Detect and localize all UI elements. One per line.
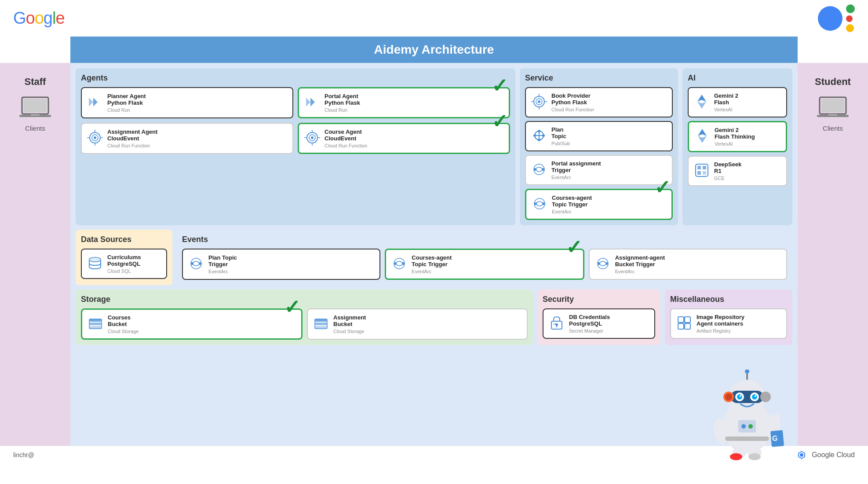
card-book-provider: Book ProviderPython Flask Cloud Run Func… — [525, 87, 673, 117]
gemini-icon-flash — [694, 94, 710, 111]
svg-text:***: *** — [553, 323, 558, 326]
deepseek-title: DeepSeekR1 — [714, 161, 741, 174]
card-gemini-flash: Gemini 2Flash VertexAI — [688, 87, 787, 117]
svg-marker-44 — [698, 129, 707, 136]
svg-point-90 — [760, 392, 771, 402]
service-title: Service — [525, 73, 673, 83]
svg-point-102 — [741, 424, 746, 429]
chevron-double-right-icon — [87, 94, 103, 112]
google-logo: Google — [13, 9, 65, 28]
ai-title: AI — [688, 73, 787, 83]
events-courses-topic-subtitle: EventArc — [412, 269, 452, 274]
checkmark-portal-agent: ✓ — [492, 76, 508, 95]
eventarc-icon-courses-events — [391, 256, 407, 273]
staff-client-icon: Clients — [19, 95, 51, 132]
ai-cards: Gemini 2Flash VertexAI — [688, 87, 787, 186]
card-text: CoursesBucket Cloud Storage — [108, 314, 139, 334]
svg-rect-63 — [89, 323, 102, 325]
card-text: Courses-agentTopic Trigger EventArc — [412, 254, 452, 274]
deepseek-icon — [694, 162, 710, 180]
svg-rect-76 — [678, 323, 684, 329]
svg-point-24 — [538, 100, 540, 103]
svg-rect-104 — [725, 436, 769, 441]
planner-agent-subtitle: Cloud Run — [107, 107, 146, 113]
events-section: Events — [177, 230, 792, 285]
plan-topic-trigger-subtitle: EventArc — [208, 269, 237, 274]
svg-rect-48 — [703, 166, 706, 169]
events-courses-topic-title: Courses-agentTopic Trigger — [412, 254, 452, 268]
gemini-thinking-subtitle: VertexAI — [715, 141, 755, 147]
svg-rect-47 — [697, 166, 701, 169]
agents-section: Agents Planner AgentPython Flask Clou — [76, 68, 515, 225]
footer-user: linchr@ — [13, 451, 34, 458]
eventarc-icon-assignment — [595, 256, 611, 273]
svg-rect-64 — [89, 326, 102, 329]
svg-point-86 — [752, 394, 757, 400]
secret-manager-icon: *** — [549, 315, 565, 333]
storage-section: Storage CoursesBu — [76, 290, 533, 345]
card-plan-topic-trigger: Plan TopicTrigger EventArc — [182, 249, 380, 280]
misc-title: Miscellaneous — [670, 295, 787, 304]
svg-point-52 — [89, 257, 101, 262]
svg-point-32 — [538, 130, 540, 132]
image-repo-subtitle: Artifact Registry — [697, 328, 744, 334]
assignment-bucket-title: AssignmentBucket — [333, 314, 366, 327]
plan-topic-trigger-title: Plan TopicTrigger — [208, 254, 237, 268]
card-text: DB CredentialsPostgreSQL Secret Manager — [569, 314, 610, 334]
card-assignment-agent: Assignment AgentCloudEvent Cloud Run Fun… — [81, 123, 293, 154]
svg-rect-49 — [697, 171, 701, 175]
svg-point-83 — [737, 394, 742, 400]
portal-trigger-subtitle: EventArc — [551, 175, 601, 180]
svg-marker-42 — [697, 95, 706, 102]
student-client-icon: Clients — [817, 95, 849, 132]
deepseek-subtitle: GCE — [714, 176, 741, 181]
eventarc-icon-portal — [531, 161, 547, 179]
staff-label: Staff — [25, 76, 46, 88]
events-title: Events — [182, 235, 787, 244]
svg-point-103 — [748, 424, 753, 429]
assignment-bucket-trigger-title: Assignment-agentBucket Trigger — [615, 254, 665, 268]
checkmark-courses-topic: ✓ — [654, 178, 671, 197]
svg-rect-101 — [738, 420, 756, 433]
security-title: Security — [543, 295, 655, 304]
robot-svg: G — [705, 370, 789, 446]
card-text: Image RepositoryAgent containers Artifac… — [697, 314, 744, 334]
svg-point-33 — [538, 139, 540, 141]
courses-bucket-subtitle: Cloud Storage — [108, 329, 139, 334]
svg-marker-5 — [93, 98, 98, 106]
main-layout: Staff Clients Agents — [0, 63, 868, 446]
storage-cards: CoursesBucket Cloud Storage ✓ — [81, 308, 528, 340]
robot-character: G — [705, 370, 789, 446]
card-text: Book ProviderPython Flask Cloud Run Func… — [551, 92, 594, 112]
svg-point-109 — [800, 453, 803, 457]
card-plan-topic: PlanTopic Pub/Sub — [525, 121, 673, 151]
db-credentials-title: DB CredentialsPostgreSQL — [569, 314, 610, 327]
db-credentials-subtitle: Secret Manager — [569, 328, 610, 334]
gemini-flash-subtitle: VertexAI — [714, 107, 738, 112]
svg-rect-3 — [31, 114, 40, 116]
diagram-area: Agents Planner AgentPython Flask Clou — [70, 63, 798, 446]
courses-bucket-title: CoursesBucket — [108, 314, 139, 327]
gemini-thinking-title: Gemini 2Flash Thinking — [715, 127, 755, 140]
assistant-circle — [818, 6, 842, 31]
book-provider-title: Book ProviderPython Flask — [551, 92, 594, 106]
dot-green — [846, 4, 855, 13]
chevron-double-right-icon-portal — [304, 94, 320, 112]
row-2: Data Sources CurriculumsPostgreSQL Clo — [76, 230, 792, 285]
svg-point-17 — [311, 136, 314, 139]
book-provider-subtitle: Cloud Run Function — [551, 107, 594, 112]
staff-clients-label: Clients — [19, 125, 51, 132]
curriculums-subtitle: Cloud SQL — [107, 268, 141, 274]
card-text: Assignment-agentBucket Trigger EventArc — [615, 254, 665, 274]
checkmark-events-courses: ✓ — [566, 238, 582, 257]
card-text: PlanTopic Pub/Sub — [551, 126, 570, 146]
svg-text:G: G — [772, 435, 777, 442]
svg-marker-45 — [698, 136, 707, 143]
assignment-agent-subtitle: Cloud Run Function — [107, 143, 157, 148]
storage-title: Storage — [81, 295, 528, 304]
card-assignment-bucket-trigger: Assignment-agentBucket Trigger EventArc — [589, 249, 787, 280]
svg-marker-4 — [89, 98, 93, 106]
plan-topic-title: PlanTopic — [551, 126, 570, 139]
card-course-agent: Course AgentCloudEvent Cloud Run Functio… — [298, 123, 510, 154]
portal-agent-title: Portal AgentPython Flask — [325, 93, 360, 106]
